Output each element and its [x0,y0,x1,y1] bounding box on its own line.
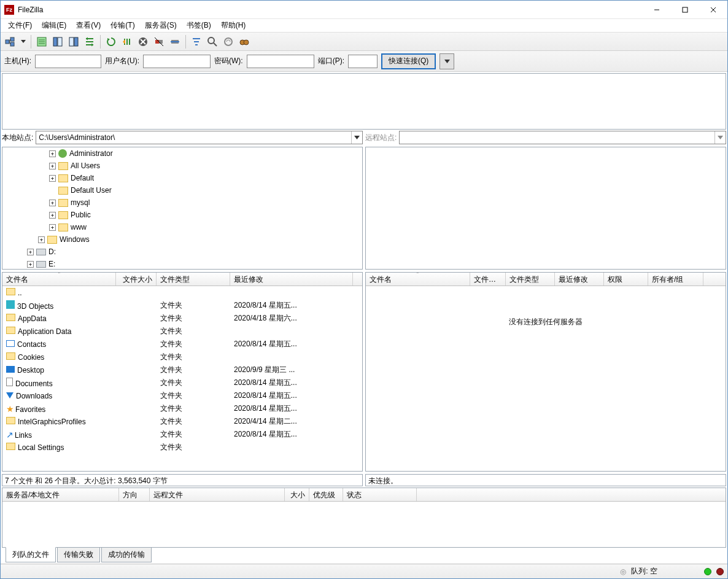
cancel-button[interactable] [136,34,150,49]
column-header[interactable]: 最近修改 [230,273,353,286]
remote-tree[interactable] [365,147,726,270]
toggle-log-button[interactable] [34,34,49,49]
quick-connect-dropdown[interactable] [440,53,454,69]
folder-icon [58,162,68,170]
tree-row[interactable]: +All Users [2,160,362,172]
menu-item[interactable]: 服务器(S) [140,19,182,32]
toggle-remote-tree-button[interactable] [66,34,81,49]
tree-row[interactable]: +D: [2,246,362,258]
tree-expander[interactable]: + [38,236,45,243]
menu-item[interactable]: 书签(B) [182,19,216,32]
column-header[interactable]: 方向 [119,488,150,501]
queue-tab[interactable]: 成功的传输 [101,548,152,562]
disconnect-button[interactable] [152,34,166,49]
column-header[interactable]: 最近修改 [555,273,604,286]
queue-tab[interactable]: 传输失败 [57,548,100,562]
tree-expander[interactable]: + [49,163,56,169]
queue-tab[interactable]: 列队的文件 [6,547,56,562]
file-row[interactable]: IntelGraphicsProfiles文件夹2020/4/14 星期二... [2,415,362,428]
search-button[interactable] [237,34,252,49]
file-row[interactable]: ★Favorites文件夹2020/8/14 星期五... [2,402,362,415]
tree-expander[interactable]: + [49,200,56,206]
folder-icon [6,288,15,295]
tree-row[interactable]: +Default [2,172,362,184]
filter-icon [191,36,202,47]
toggle-queue-button[interactable] [82,34,97,49]
tree-row[interactable]: +Windows [2,233,362,246]
column-header[interactable]: 状态 [343,488,417,501]
file-row[interactable]: Local Settings文件夹 [2,441,362,454]
local-file-list[interactable]: 文件名˄文件大小文件类型最近修改 ..3D Objects文件夹2020/8/1… [2,272,363,472]
file-row[interactable]: Application Data文件夹 [2,325,362,338]
tree-expander[interactable]: + [49,150,56,157]
file-row[interactable]: Desktop文件夹2020/9/9 星期三 ... [2,363,362,376]
tree-row[interactable]: +www [2,221,362,233]
tree-row[interactable]: Default User [2,184,362,196]
local-columns-header[interactable]: 文件名˄文件大小文件类型最近修改 [2,273,362,286]
host-input[interactable] [35,55,101,68]
tree-expander[interactable]: + [27,261,34,268]
tree-row[interactable]: +E: [2,258,362,270]
column-header[interactable]: 文件名˄ [2,273,116,286]
status-bar: ◎ 队列: 空 [1,564,727,578]
tree-expander[interactable]: + [49,175,56,182]
queue-list[interactable]: 服务器/本地文件方向远程文件大小优先级状态 [2,488,726,548]
chevron-down-icon[interactable] [714,131,726,144]
process-queue-button[interactable] [120,34,134,49]
menu-item[interactable]: 编辑(E) [37,19,71,32]
menu-item[interactable]: 文件(F) [3,19,37,32]
tree-row[interactable]: +Administrator [2,147,362,160]
tree-row[interactable]: +mysql [2,196,362,209]
column-header[interactable]: 文件类型 [506,273,555,286]
message-log[interactable] [2,73,726,130]
compare-button[interactable] [205,34,220,49]
column-header[interactable]: 远程文件 [150,488,285,501]
minimize-button[interactable] [643,1,671,19]
remote-columns-header[interactable]: 文件名˄文件大小文件类型最近修改权限所有者/组 [366,273,726,286]
username-input[interactable] [143,55,211,68]
file-row[interactable]: Documents文件夹2020/8/14 星期五... [2,376,362,389]
menu-item[interactable]: 帮助(H) [216,19,251,32]
file-row[interactable]: ↗Links文件夹2020/8/14 星期五... [2,428,362,441]
chevron-down-icon[interactable] [351,131,362,144]
column-header[interactable]: 优先级 [309,488,343,501]
file-row[interactable]: AppData文件夹2020/4/18 星期六... [2,312,362,325]
toggle-local-tree-button[interactable] [50,34,65,49]
tree-expander[interactable]: + [27,249,34,255]
local-path-combo[interactable]: C:\Users\Administrator\ [36,131,363,144]
site-manager-button[interactable] [3,34,18,49]
column-header[interactable]: 文件大小 [116,273,157,286]
reconnect-button[interactable] [168,34,182,49]
password-input[interactable] [247,55,314,68]
queue-columns-header[interactable]: 服务器/本地文件方向远程文件大小优先级状态 [2,488,726,502]
column-header[interactable]: 所有者/组 [648,273,703,286]
tree-expander[interactable]: + [49,224,56,231]
column-header[interactable]: 文件名˄ [366,273,470,286]
refresh-button[interactable] [104,34,118,49]
file-row[interactable]: Cookies文件夹 [2,351,362,363]
menu-item[interactable]: 传输(T) [106,19,139,32]
local-tree[interactable]: +Administrator+All Users+DefaultDefault … [2,147,363,270]
column-header[interactable]: 文件大小 [470,273,506,286]
file-row[interactable]: 3D Objects文件夹2020/8/14 星期五... [2,299,362,312]
file-row[interactable]: Downloads文件夹2020/8/14 星期五... [2,389,362,402]
tree-row[interactable]: +Public [2,209,362,221]
maximize-button[interactable] [671,1,699,19]
file-row[interactable]: Contacts文件夹2020/8/14 星期五... [2,338,362,351]
quick-connect-button[interactable]: 快速连接(Q) [381,53,436,69]
file-row[interactable]: .. [2,286,362,299]
remote-file-list[interactable]: 文件名˄文件大小文件类型最近修改权限所有者/组 没有连接到任何服务器 [365,272,726,472]
column-header[interactable]: 文件类型 [157,273,230,286]
sync-browse-button[interactable] [221,34,236,49]
close-button[interactable] [699,1,727,19]
site-manager-dropdown[interactable] [19,34,28,49]
svg-point-31 [225,38,232,45]
port-input[interactable] [348,55,378,68]
menu-item[interactable]: 查看(V) [71,19,106,32]
column-header[interactable]: 大小 [285,488,309,501]
tree-expander[interactable]: + [49,212,56,219]
remote-path-combo[interactable] [399,131,726,144]
column-header[interactable]: 权限 [604,273,648,286]
column-header[interactable]: 服务器/本地文件 [2,488,119,501]
filter-button[interactable] [189,34,204,49]
